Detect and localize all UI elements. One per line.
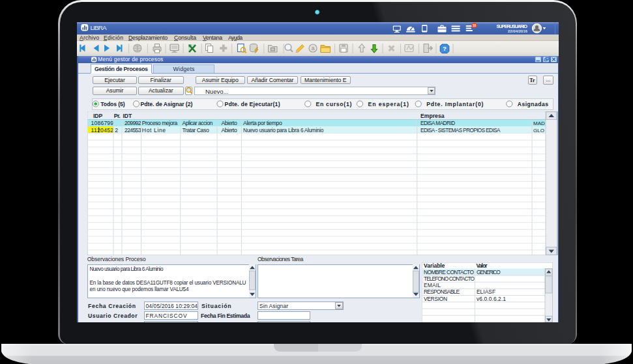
svg-text:MAD: MAD [533, 120, 545, 126]
svg-text:GLO: GLO [533, 128, 544, 133]
svg-text:22/04/2016: 22/04/2016 [508, 29, 528, 33]
svg-text:Edición: Edición [104, 35, 123, 41]
svg-text:Valor: Valor [476, 262, 488, 269]
svg-text:224553: 224553 [125, 127, 141, 133]
svg-text:SUPERUSUARIO: SUPERUSUARIO [497, 23, 528, 29]
svg-text:ELIASF: ELIASF [477, 288, 495, 295]
svg-text:Variable: Variable [424, 262, 445, 269]
svg-text:Abierto: Abierto [221, 120, 237, 126]
svg-text:Archivo: Archivo [80, 35, 99, 41]
svg-text:Abierto: Abierto [221, 127, 237, 133]
svg-text:RESPONSABLE: RESPONSABLE [424, 288, 460, 295]
svg-text:Pr.: Pr. [113, 113, 120, 119]
svg-text:Gestión de Procesos: Gestión de Procesos [95, 66, 148, 72]
svg-text:LIBRA: LIBRA [91, 24, 107, 31]
svg-text:EDISA MADRID: EDISA MADRID [420, 120, 455, 126]
svg-text:Ventana: Ventana [203, 35, 222, 41]
svg-text:Usuario Creador: Usuario Creador [88, 313, 138, 319]
svg-text:NOMBRE CONTACTO: NOMBRE CONTACTO [424, 268, 474, 275]
svg-text:Hot Line: Hot Line [141, 127, 166, 133]
svg-text:Pdte. Implantar(0): Pdte. Implantar(0) [426, 101, 483, 107]
svg-text:Sin Asignar: Sin Asignar [259, 303, 288, 309]
svg-text:Consulta: Consulta [174, 35, 196, 41]
svg-text:Nuevo usuario para Libra 6 Alu: Nuevo usuario para Libra 6 Aluminio [243, 128, 324, 133]
svg-text:Todos (5): Todos (5) [100, 101, 125, 107]
svg-text:Nuevo usuario para Libra 6 Alu: Nuevo usuario para Libra 6 Aluminio [89, 266, 163, 272]
svg-text:Proceso mejora: Proceso mejora [141, 120, 177, 126]
svg-text:Fecha Fin Estimada: Fecha Fin Estimada [201, 313, 250, 319]
svg-text:GENERICO: GENERICO [477, 268, 501, 275]
svg-text:Tratar Caso: Tratar Caso [182, 127, 209, 133]
svg-text:En la base de datos DESA11GUTF: En la base de datos DESA11GUTF8 copiar e… [89, 279, 246, 285]
svg-text:?: ? [443, 45, 447, 52]
svg-text:04/05/2016 10:29:04: 04/05/2016 10:29:04 [146, 303, 198, 309]
svg-text:Situación: Situación [201, 303, 231, 309]
svg-text:FRANCISCOV: FRANCISCOV [146, 313, 187, 319]
svg-text:EMAIL: EMAIL [424, 282, 441, 288]
svg-text:Empresa: Empresa [420, 113, 445, 119]
svg-text:Alerta por tiempo: Alerta por tiempo [243, 120, 282, 126]
svg-text:Fecha Creación: Fecha Creación [88, 303, 136, 309]
svg-text:TELEFONO CONTACTO: TELEFONO CONTACTO [424, 275, 475, 282]
svg-text:Observaciones Tarea: Observaciones Tarea [258, 256, 304, 262]
svg-text:Pdte. de Ejecutar(1): Pdte. de Ejecutar(1) [224, 101, 280, 107]
svg-text:Observaciones Proceso: Observaciones Proceso [87, 256, 146, 262]
svg-text:Desplazamiento: Desplazamiento [128, 35, 168, 41]
svg-text:Asignadas: Asignadas [517, 101, 548, 107]
svg-text:a: a [312, 45, 315, 51]
svg-text:En espera(1): En espera(1) [368, 101, 408, 107]
svg-text:1120452: 1120452 [91, 127, 113, 133]
svg-text:IDP: IDP [93, 113, 103, 119]
svg-text:Widgets: Widgets [173, 66, 195, 72]
svg-text:En curso(1): En curso(1) [316, 101, 351, 107]
svg-text:en uno nuevo que podemos llama: en uno nuevo que podemos llamar VALU54 [89, 287, 188, 292]
svg-text:Ayuda: Ayuda [228, 35, 243, 41]
svg-text:EDISA - SISTEMAS PROPIOS EDISA: EDISA - SISTEMAS PROPIOS EDISA [420, 128, 501, 133]
svg-text:Menú gestor de procesos: Menú gestor de procesos [98, 56, 163, 63]
svg-text:Pdte. de Asignar (2): Pdte. de Asignar (2) [140, 101, 192, 107]
svg-text:209992: 209992 [125, 120, 141, 126]
svg-text:Aplicar accion: Aplicar accion [182, 120, 213, 126]
svg-text:10: 10 [473, 24, 477, 27]
svg-text:1086799: 1086799 [91, 120, 113, 126]
svg-text:2: 2 [115, 127, 118, 133]
svg-text:IDT: IDT [123, 113, 132, 119]
